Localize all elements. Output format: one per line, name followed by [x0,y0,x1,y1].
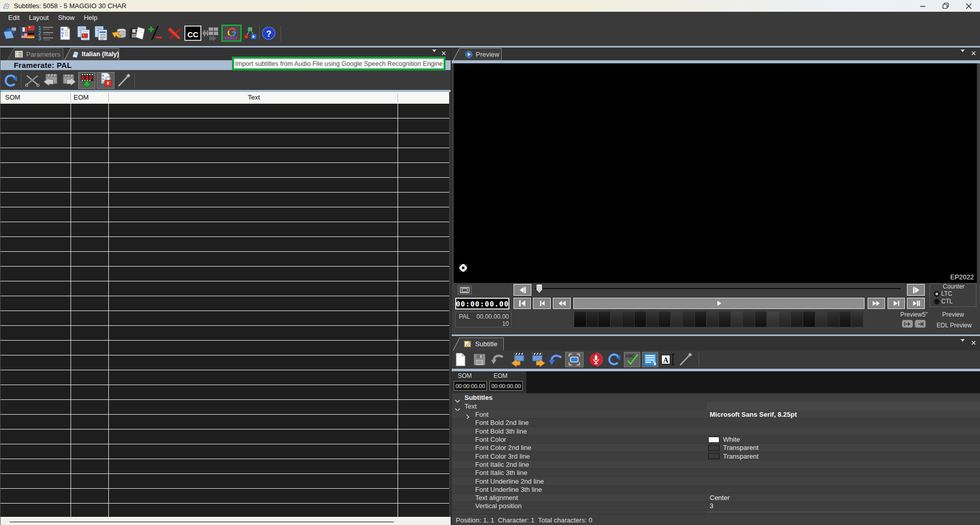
tab-subtitle[interactable]: Subtitle [453,338,504,350]
fast-forward-button[interactable] [868,298,885,309]
property-font-color-2nd-line-swatch[interactable] [708,445,719,451]
play-button[interactable] [573,298,865,309]
tab-preview[interactable]: Preview [453,48,502,60]
radio-ctl-circle[interactable] [934,299,940,304]
grid-horizontal-scrollbar[interactable] [1,517,451,525]
som-input[interactable]: 00:00:00.00 [454,381,487,391]
eom-input[interactable]: 00:00:00.00 [489,381,523,391]
subtitle-panel-menu-icon[interactable] [961,342,965,351]
tree-node-subtitles[interactable]: Subtitles [452,393,980,402]
video-preview[interactable]: EP2022 [454,63,977,283]
film-frame-button[interactable] [458,285,472,295]
font-tool-icon[interactable]: A [660,352,676,367]
property-vertical-position[interactable]: Vertical position3 [452,502,980,510]
preview-panel-close-icon[interactable]: ✕ [971,50,976,57]
documents-list-icon[interactable] [93,25,109,42]
grid-scrollbar-thumb[interactable] [10,521,394,522]
subtitle-grid[interactable] [1,104,449,517]
edl-preview-label[interactable]: EDL Preview [937,322,972,329]
record-mic-icon[interactable] [588,352,604,367]
numbered-list-icon[interactable]: 123 [37,25,54,42]
edit-wand-icon[interactable] [116,72,131,89]
wand-icon[interactable] [678,352,694,367]
property-font-color-2nd-line-value: Transparent [707,444,980,451]
grid-col-som[interactable]: SOM [5,93,20,101]
safe-area-icon[interactable] [565,352,584,367]
refresh-blue-icon[interactable] [606,352,622,367]
skip-start-button[interactable] [514,298,531,309]
languages-flags-icon[interactable] [20,25,36,42]
subtitle-panel-close-icon[interactable]: ✕ [971,340,976,346]
next-frame-button[interactable] [888,298,905,309]
menu-help[interactable]: Help [79,12,102,23]
scrub-slider-handle[interactable] [536,284,543,294]
preview-in-button[interactable] [902,320,913,328]
property-font-italic-3th-line[interactable]: Font Italic 3th line [452,469,980,477]
new-document-icon[interactable] [453,352,468,367]
property-font-underline-2nd-line[interactable]: Font Underline 2nd line [452,477,980,485]
clapper-back-icon[interactable] [42,72,59,89]
editor-panel-close-icon[interactable]: ✕ [441,50,447,57]
radio-ltc-circle[interactable] [934,291,940,297]
cut-icon[interactable] [25,72,40,89]
prev-frame-button[interactable] [533,298,551,309]
tab-italian-italy[interactable]: Italian (Italy) [64,48,119,60]
documents-flags-icon[interactable] [76,25,91,42]
close-button[interactable] [957,0,980,12]
menu-edit[interactable]: Edit [4,12,24,23]
scrub-slider[interactable] [535,284,901,295]
rewind-button[interactable] [553,298,571,309]
help-icon[interactable]: ? [262,25,276,42]
preview-out-button[interactable] [915,320,926,328]
property-font-color[interactable]: Font ColorWhite [452,436,980,444]
grid-col-eom[interactable]: EOM [74,93,89,101]
spellcheck-icon[interactable]: ABC [624,352,640,367]
export-database-icon[interactable] [111,25,127,42]
audio-windows-icon[interactable] [202,25,219,42]
app-icon [3,2,10,10]
restore-button[interactable] [934,0,957,12]
import-film-icon[interactable] [78,72,96,89]
workflow-export-icon[interactable] [244,25,257,42]
clapper-next-icon[interactable] [530,352,546,367]
property-font-color-2nd-line[interactable]: Font Color 2nd lineTransparent [452,444,980,452]
open-project-icon[interactable] [2,25,17,42]
step-forward-button[interactable] [907,284,925,296]
tab-parameters[interactable]: Parameters [7,48,63,60]
grid-col-text[interactable]: Text [248,93,260,101]
save-icon[interactable] [472,352,487,367]
property-font-italic-2nd-line[interactable]: Font Italic 2nd line [452,461,980,469]
som-label: SOM [458,372,472,379]
property-font-underline-3th-line[interactable]: Font Underline 3th line [452,486,980,494]
menu-show[interactable]: Show [53,12,79,23]
plus-minus-icon[interactable] [147,25,163,42]
menu-layout[interactable]: Layout [24,12,53,23]
property-text-alignment[interactable]: Text alignmentCenter [452,494,980,502]
clapper-prev-icon[interactable] [510,352,526,367]
minimize-button[interactable] [911,0,934,12]
step-back-button[interactable] [514,284,531,296]
document-text-icon[interactable]: BGX [57,25,72,42]
property-font-color-swatch[interactable] [708,437,719,443]
property-font-bold-3th-line[interactable]: Font Bold 3th line [452,427,980,436]
filmstrip[interactable] [574,312,864,327]
locked-document-icon[interactable]: BGX [97,72,114,89]
property-font-color-3rd-line-swatch[interactable] [708,453,719,459]
property-font-color-3rd-line[interactable]: Font Color 3rd lineTransparent [452,452,980,460]
radio-ctl[interactable]: CTL [934,298,953,305]
delete-x-icon[interactable] [167,25,182,42]
undo-blue-icon[interactable] [547,352,564,367]
tree-node-text[interactable]: Text [452,402,980,411]
save-as-icon[interactable] [129,25,146,42]
preview-label[interactable]: Preview [942,311,964,318]
undo-gray-icon[interactable] [489,352,506,367]
property-font-bold-2nd-line[interactable]: Font Bold 2nd line [452,419,980,427]
document-lines-icon[interactable] [642,352,658,367]
google-speech-import-icon[interactable] [221,25,242,42]
property-font[interactable]: FontMicrosoft Sans Serif, 8.25pt [452,411,980,419]
skip-end-button[interactable] [907,298,925,309]
refresh-icon[interactable] [3,72,18,89]
radio-ltc[interactable]: LTC [934,290,952,297]
closed-captions-icon[interactable]: CC [184,25,201,42]
clapper-forward-icon[interactable] [61,72,77,89]
